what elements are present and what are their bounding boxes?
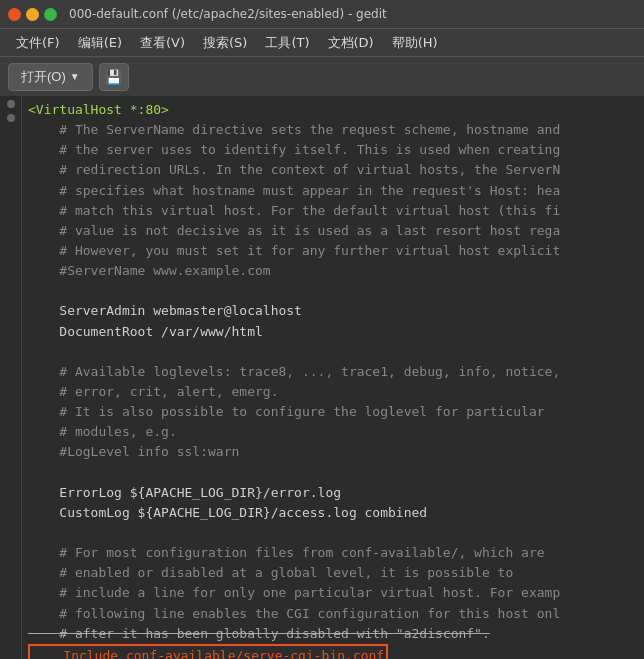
menu-tools[interactable]: 工具(T) — [257, 32, 317, 54]
menu-search[interactable]: 搜索(S) — [195, 32, 255, 54]
menu-file[interactable]: 文件(F) — [8, 32, 68, 54]
save-icon: 💾 — [105, 69, 122, 85]
sidebar-marker — [7, 100, 15, 108]
save-button[interactable]: 💾 — [99, 63, 129, 91]
minimize-button[interactable] — [26, 8, 39, 21]
menu-help[interactable]: 帮助(H) — [384, 32, 446, 54]
editor-container: <VirtualHost *:80> # The ServerName dire… — [0, 96, 644, 659]
window-title: 000-default.conf (/etc/apache2/sites-ena… — [69, 7, 387, 21]
menu-view[interactable]: 查看(V) — [132, 32, 193, 54]
highlighted-include-line: Include conf-available/serve-cgi-bin.con… — [28, 644, 388, 659]
code-area[interactable]: <VirtualHost *:80> # The ServerName dire… — [22, 96, 644, 659]
close-button[interactable] — [8, 8, 21, 21]
maximize-button[interactable] — [44, 8, 57, 21]
menu-edit[interactable]: 编辑(E) — [70, 32, 130, 54]
open-label: 打开(O) — [21, 68, 66, 86]
titlebar: 000-default.conf (/etc/apache2/sites-ena… — [0, 0, 644, 28]
code-content: <VirtualHost *:80> # The ServerName dire… — [22, 96, 644, 659]
left-sidebar — [0, 96, 22, 659]
menubar: 文件(F) 编辑(E) 查看(V) 搜索(S) 工具(T) 文档(D) 帮助(H… — [0, 28, 644, 56]
dropdown-arrow-icon: ▼ — [70, 71, 80, 82]
menu-docs[interactable]: 文档(D) — [320, 32, 382, 54]
toolbar: 打开(O) ▼ 💾 — [0, 56, 644, 96]
titlebar-buttons — [8, 8, 57, 21]
open-button[interactable]: 打开(O) ▼ — [8, 63, 93, 91]
sidebar-marker — [7, 114, 15, 122]
